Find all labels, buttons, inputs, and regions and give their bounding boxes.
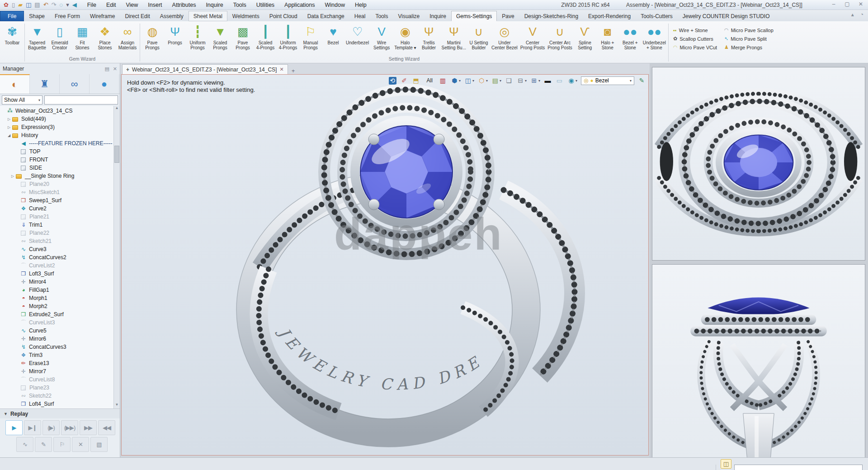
- ribbon-tab[interactable]: Free Form: [50, 11, 85, 21]
- tree-item[interactable]: ◓ Morph2: [0, 302, 113, 310]
- app-logo-icon[interactable]: ✿: [4, 1, 9, 9]
- redo-icon[interactable]: ↷: [52, 1, 57, 9]
- ribbon-tab[interactable]: Visualize: [393, 11, 425, 21]
- replay-section-header[interactable]: ▼ Replay: [0, 408, 120, 418]
- tree-expander[interactable]: ▷: [6, 117, 12, 121]
- tree-item[interactable]: ❖ Curve2: [0, 204, 113, 213]
- tree-item[interactable]: Plane23: [0, 384, 113, 392]
- tree-scrollbar[interactable]: ▲ ▼: [113, 106, 120, 408]
- manager-tab-visibility[interactable]: ∞: [60, 74, 90, 94]
- ribbon-button[interactable]: ∪ Center Arc Prong Posts: [546, 22, 573, 56]
- tree-item[interactable]: ▷ __Single Stone Ring: [0, 172, 113, 180]
- ribbon-button[interactable]: ❖ Place Stones: [94, 22, 116, 56]
- ribbon-button[interactable]: ⚐ Manual Prongs: [299, 22, 322, 56]
- replay-play-all-button[interactable]: (▶▶): [61, 420, 78, 435]
- tree-item[interactable]: ∾ MiscSketch1: [0, 188, 113, 196]
- command-input[interactable]: [734, 465, 863, 470]
- replay-delete-button[interactable]: ✕: [72, 437, 89, 452]
- tree-expander[interactable]: ◢: [6, 133, 12, 138]
- view-standard-icon[interactable]: ◌: [59, 1, 63, 9]
- menu-item[interactable]: Help: [351, 1, 371, 9]
- menu-item[interactable]: Edit: [102, 1, 120, 9]
- replay-play-button[interactable]: ▶: [5, 420, 23, 435]
- ribbon-tab[interactable]: Pave: [497, 11, 519, 21]
- ribbon-tab[interactable]: Shape: [24, 11, 50, 21]
- ribbon-tab[interactable]: Data Exchange: [302, 11, 349, 21]
- ribbon-button[interactable]: ▼ Tapered Baguette: [26, 22, 48, 56]
- menu-item[interactable]: Attributes: [168, 1, 200, 9]
- replay-play-step-button[interactable]: (▶): [42, 420, 60, 435]
- replay-display-button[interactable]: ▧: [90, 437, 108, 452]
- ribbon-tab[interactable]: Tools-Cutters: [636, 11, 678, 21]
- ribbon-tab[interactable]: Inquire: [425, 11, 451, 21]
- tree-item[interactable]: ⌒ CurveList8: [0, 375, 113, 384]
- scroll-down-icon[interactable]: ▼: [114, 403, 120, 408]
- ribbon-button[interactable]: ◙ Halo + Stone: [596, 22, 619, 56]
- manager-close-icon[interactable]: ✕: [113, 66, 117, 72]
- tree-item[interactable]: ◕ FillGap1: [0, 286, 113, 294]
- new-tab-button[interactable]: +: [288, 67, 299, 74]
- tab-close-icon[interactable]: ✕: [279, 66, 283, 72]
- ring-render[interactable]: JEWELRY CAD DRE: [122, 75, 646, 451]
- minimize-ribbon-icon[interactable]: ▴: [851, 11, 854, 18]
- tree-item[interactable]: ▷ Solid(449): [0, 115, 113, 123]
- tree-item[interactable]: ⌒ CurveList2: [0, 261, 113, 270]
- ribbon-tab[interactable]: Point Cloud: [264, 11, 302, 21]
- tree-item[interactable]: ▷ Expression(3): [0, 123, 113, 131]
- tree-item[interactable]: ❒ Loft4_Surf: [0, 400, 113, 408]
- show-filter-select[interactable]: Show All ▾: [2, 95, 42, 104]
- ribbon-small-button[interactable]: ◠ Micro Pave VCut: [673, 43, 717, 52]
- tree-item[interactable]: ✏ Erase13: [0, 359, 113, 367]
- scrollbar-thumb[interactable]: [114, 146, 119, 163]
- top-view-viewport[interactable]: [652, 67, 865, 261]
- show-manager-icon[interactable]: ◫: [721, 459, 731, 469]
- menu-item[interactable]: File: [83, 1, 100, 9]
- manager-tab-history[interactable]: ◐: [0, 74, 30, 94]
- tree-item[interactable]: ✛ Mirror7: [0, 367, 113, 375]
- menu-item[interactable]: Insert: [144, 1, 166, 9]
- ribbon-tab[interactable]: Jewelry COUNTER Design STUDIO: [678, 11, 775, 21]
- ribbon-small-button[interactable]: ➴ Micro Pave Split: [724, 34, 774, 43]
- tree-item[interactable]: ∿ Curve3: [0, 245, 113, 253]
- tree-item[interactable]: ∾ Sketch21: [0, 237, 113, 245]
- tree-item[interactable]: ⁂ Webinar_Oct23_14_CS: [0, 107, 113, 115]
- ribbon-button[interactable]: ◎ Under Center Bezel: [490, 22, 519, 56]
- tree-item[interactable]: TOP: [0, 147, 113, 156]
- tree-item[interactable]: ∾ Sketch22: [0, 392, 113, 400]
- ribbon-button[interactable]: ┃ Uniform 4-Prongs: [277, 22, 299, 56]
- tree-item[interactable]: ↯ ConcatCurves2: [0, 253, 113, 261]
- back-icon[interactable]: ◀: [72, 1, 77, 9]
- tree-item[interactable]: Plane20: [0, 180, 113, 188]
- menu-item[interactable]: View: [122, 1, 142, 9]
- ribbon-tab[interactable]: Tools: [370, 11, 393, 21]
- ribbon-button[interactable]: ◍ Pave Prongs: [141, 22, 164, 56]
- ribbon-tab[interactable]: Weldments: [227, 11, 264, 21]
- tree-expander[interactable]: ▷: [10, 174, 15, 178]
- replay-edit-button[interactable]: ✎: [35, 437, 52, 452]
- maximize-button[interactable]: ▢: [843, 1, 852, 7]
- replay-play-to-feature-button[interactable]: ▶❙: [24, 420, 41, 435]
- ribbon-button[interactable]: ▯ Emerald Creator: [48, 22, 71, 56]
- front-view-viewport[interactable]: [652, 264, 865, 470]
- ribbon-button[interactable]: ♡ Underbezel: [344, 22, 370, 56]
- manager-tab-render[interactable]: ●: [90, 74, 119, 94]
- tree-item[interactable]: ↯ ConcatCurves3: [0, 343, 113, 351]
- tree-expander[interactable]: ▷: [6, 125, 12, 129]
- ribbon-small-button[interactable]: ◠ Micro Pave Scallop: [724, 26, 774, 34]
- tree-item[interactable]: SIDE: [0, 164, 113, 172]
- ribbon-tab[interactable]: Assembly: [155, 11, 189, 21]
- ribbon-button[interactable]: ◉ Halo Template ▾: [393, 22, 417, 56]
- document-tab[interactable]: + Webinar_Oct23_14_CS_EDIT.Z3 - [Webinar…: [122, 64, 288, 74]
- tree-item[interactable]: ⌒ CurveList3: [0, 318, 113, 327]
- tree-item[interactable]: FRONT: [0, 156, 113, 164]
- ribbon-tab[interactable]: Direct Edit: [120, 11, 155, 21]
- menu-item[interactable]: Utilities: [252, 1, 278, 9]
- ribbon-button[interactable]: ▦ Fit Stones: [71, 22, 94, 56]
- close-button[interactable]: ✕: [856, 1, 865, 7]
- tree-item[interactable]: ◓ Morph1: [0, 294, 113, 302]
- menu-item[interactable]: Applications: [280, 1, 319, 9]
- replay-fast-forward-button[interactable]: ▶▶: [80, 420, 97, 435]
- ribbon-button[interactable]: ┃ Scaled 4-Prongs: [254, 22, 277, 56]
- main-viewport[interactable]: ⟲ ✐ ⬒: [121, 74, 649, 456]
- tree-item[interactable]: Plane22: [0, 229, 113, 237]
